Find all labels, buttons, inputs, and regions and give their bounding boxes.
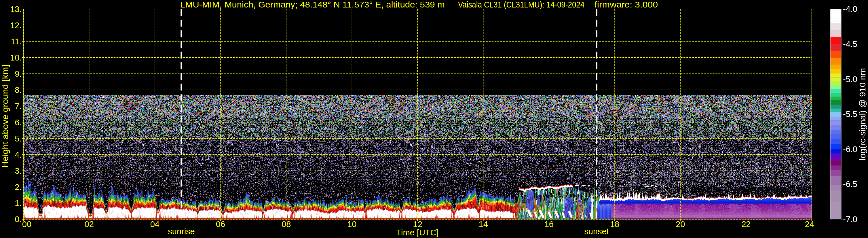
svg-text:24: 24: [805, 219, 814, 229]
svg-text:sunset: sunset: [584, 227, 609, 236]
svg-text:-5.0: -5.0: [843, 75, 857, 84]
svg-text:10: 10: [347, 219, 356, 229]
svg-text:10.: 10.: [10, 53, 22, 62]
svg-text:-5.5: -5.5: [843, 110, 857, 119]
svg-text:04: 04: [150, 219, 159, 229]
svg-text:00: 00: [22, 219, 31, 229]
svg-text:log(rc-signal) @ 910 nm: log(rc-signal) @ 910 nm: [858, 68, 867, 160]
svg-text:4.: 4.: [15, 150, 22, 159]
svg-text:18: 18: [610, 219, 619, 229]
svg-text:-6.0: -6.0: [843, 145, 857, 154]
svg-text:22: 22: [741, 219, 750, 229]
svg-text:14: 14: [479, 219, 488, 229]
svg-text:Height above ground [km]: Height above ground [km]: [1, 64, 10, 168]
svg-text:Time [UTC]: Time [UTC]: [396, 228, 438, 237]
svg-text:12.: 12.: [10, 21, 22, 30]
svg-text:06: 06: [216, 219, 225, 229]
svg-text:-4.0: -4.0: [843, 4, 857, 13]
svg-text:-4.5: -4.5: [843, 39, 857, 49]
svg-text:20: 20: [676, 219, 685, 229]
svg-text:LMU-MIM, Munich, Germany; 48.1: LMU-MIM, Munich, Germany; 48.148° N 11.5…: [180, 0, 445, 9]
svg-text:2.: 2.: [15, 182, 22, 191]
svg-text:0.: 0.: [15, 215, 22, 224]
svg-text:1.: 1.: [15, 199, 22, 208]
svg-text:8.: 8.: [15, 85, 22, 94]
svg-text:9.: 9.: [15, 69, 22, 78]
svg-text:Vaisala CL31 (CL31LMU): 14-09-: Vaisala CL31 (CL31LMU): 14-09-2024: [458, 0, 584, 9]
svg-text:16: 16: [545, 219, 554, 229]
svg-text:11.: 11.: [11, 37, 22, 46]
svg-text:-6.5: -6.5: [843, 179, 857, 189]
svg-text:12: 12: [413, 219, 422, 229]
svg-text:-7.0: -7.0: [843, 215, 857, 224]
svg-text:02: 02: [85, 219, 94, 229]
svg-text:13.: 13.: [10, 5, 22, 14]
svg-text:sunrise: sunrise: [168, 227, 195, 236]
svg-text:3.: 3.: [15, 166, 22, 176]
svg-text:7.: 7.: [15, 101, 22, 111]
svg-text:6.: 6.: [15, 118, 22, 127]
svg-text:firmware: 3.000: firmware: 3.000: [594, 0, 658, 9]
svg-text:5.: 5.: [15, 134, 22, 143]
svg-text:08: 08: [282, 219, 291, 229]
